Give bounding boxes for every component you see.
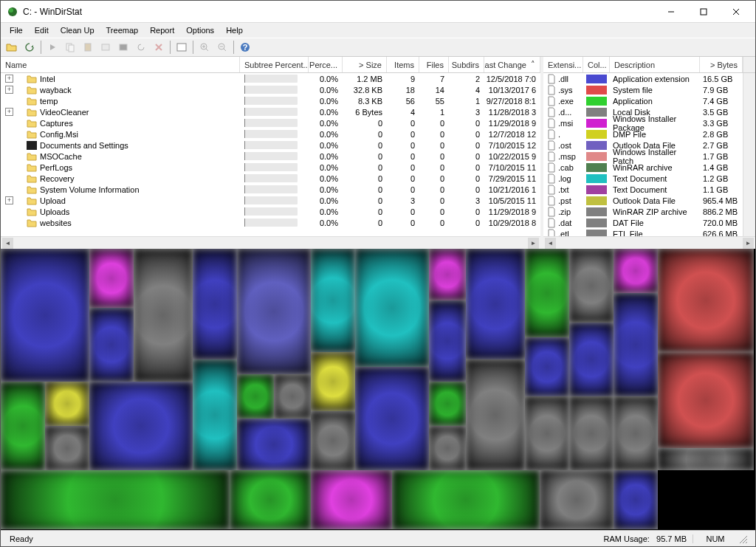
table-row[interactable]: +Upload0.0%030310/5/2015 11 [1,195,540,206]
col-extension[interactable]: Extensi... [543,57,583,72]
treemap[interactable] [1,249,755,530]
treemap-block[interactable] [658,249,754,352]
col-items[interactable]: Items [387,57,419,72]
list-item[interactable]: .DMP File2.8 GB [543,128,743,140]
treemap-block[interactable] [355,367,429,470]
treemap-block[interactable] [89,249,134,308]
list-item[interactable]: .logText Document1.2 GB [543,173,743,184]
treemap-block[interactable] [429,426,466,470]
menu-treemap[interactable]: Treemap [100,24,145,36]
table-row[interactable]: MSOCache0.0%000010/22/2015 9 [1,151,540,162]
treemap-block[interactable] [89,308,134,382]
extension-vscroll[interactable] [743,73,755,236]
treemap-block[interactable] [569,396,614,470]
treemap-block[interactable] [237,249,311,374]
expander-icon[interactable]: + [5,86,13,94]
list-item[interactable]: .txtText Document1.1 GB [543,184,743,195]
list-item[interactable]: .zipWinRAR ZIP archive886.2 MB [543,206,743,217]
list-item[interactable]: .sysSystem file7.9 GB [543,84,743,95]
table-row[interactable]: Uploads0.0%000011/29/2018 9 [1,206,540,217]
close-button[interactable] [720,1,752,22]
treemap-block[interactable] [311,249,355,352]
table-row[interactable]: +VideoCleaner0.0%6 Bytes41311/28/2018 3 [1,106,540,117]
treemap-block[interactable] [45,426,89,470]
treemap-block[interactable] [1,249,89,382]
treemap-block[interactable] [525,396,569,470]
scroll-left-icon[interactable]: ◄ [545,238,556,249]
treemap-block[interactable] [193,249,237,359]
col-subdirs[interactable]: Subdirs [449,57,484,72]
treemap-block[interactable] [466,359,525,470]
treemap-block[interactable] [45,382,89,426]
treemap-block[interactable] [466,249,525,359]
table-row[interactable]: websites0.0%000010/29/2018 8 [1,217,540,228]
scroll-right-icon[interactable]: ► [528,238,539,249]
list-item[interactable]: .pstOutlook Data File965.4 MB [543,195,743,206]
show-treemap-button[interactable] [173,39,190,55]
menu-help[interactable]: Help [220,24,249,36]
treemap-block[interactable] [237,374,274,419]
treemap-block[interactable] [1,470,230,529]
treemap-block[interactable] [614,293,658,396]
menu-report[interactable]: Report [144,24,180,36]
maximize-button[interactable] [687,1,720,22]
treemap-block[interactable] [569,323,614,396]
treemap-block[interactable] [429,249,466,300]
extension-rows[interactable]: .dllApplication extension16.5 GB.sysSyst… [543,73,743,236]
treemap-block[interactable] [230,470,311,529]
scroll-right-icon[interactable]: ► [743,238,754,249]
table-row[interactable]: Captures0.0%000011/29/2018 9 [1,117,540,128]
treemap-block[interactable] [429,300,466,382]
treemap-block[interactable] [311,352,355,411]
refresh-button[interactable] [21,39,38,55]
list-item[interactable]: .exeApplication7.4 GB [543,95,743,106]
list-item[interactable]: .etlETL File626.6 MB [543,228,743,236]
treemap-block[interactable] [355,249,429,367]
treemap-block[interactable] [614,470,658,529]
menu-edit[interactable]: Edit [29,24,55,36]
table-row[interactable]: Documents and Settings0.0%00007/10/2015 … [1,140,540,151]
treemap-block[interactable] [658,448,754,470]
resize-grip-icon[interactable] [738,534,752,544]
treemap-block[interactable] [540,470,614,529]
expander-icon[interactable]: + [5,75,13,83]
col-last-change[interactable]: Last Change ˄ [484,57,540,72]
menu-clean-up[interactable]: Clean Up [55,24,100,36]
table-row[interactable]: temp0.0%8.3 KB565519/27/2018 8:1 [1,95,540,106]
treemap-block[interactable] [1,382,45,470]
treemap-block[interactable] [569,249,614,323]
extension-hscroll[interactable]: ◄ ► [543,236,755,249]
table-row[interactable]: +Intel0.0%1.2 MB97212/5/2018 7:0 [1,73,540,84]
treemap-block[interactable] [525,249,569,337]
help-button[interactable]: ? [237,39,253,55]
treemap-block[interactable] [311,470,392,529]
table-row[interactable]: +wayback0.0%32.8 KB1814410/13/2017 6 [1,84,540,95]
treemap-block[interactable] [614,396,658,470]
table-row[interactable]: Recovery0.0%00007/29/2015 11 [1,173,540,184]
list-item[interactable]: .mspWindows Installer Patch1.7 GB [543,151,743,162]
treemap-block[interactable] [614,249,658,293]
list-item[interactable]: .dllApplication extension16.5 GB [543,73,743,84]
treemap-block[interactable] [193,359,237,470]
open-button[interactable] [4,39,20,55]
expander-icon[interactable]: + [5,196,13,204]
table-row[interactable]: Config.Msi0.0%000012/7/2018 12 [1,128,540,140]
list-item[interactable]: .datDAT File720.0 MB [543,217,743,228]
col-pct[interactable]: Perce... [309,57,343,72]
col-name[interactable]: Name [1,57,240,72]
col-color[interactable]: Col... [583,57,610,72]
menu-options[interactable]: Options [180,24,220,36]
treemap-block[interactable] [392,470,540,529]
menu-file[interactable]: File [4,24,29,36]
col-subtree-pct[interactable]: Subtree Percent... [240,57,309,72]
treemap-block[interactable] [89,382,193,470]
col-size[interactable]: > Size [343,57,387,72]
treemap-block[interactable] [311,411,355,470]
expander-icon[interactable]: + [5,108,13,116]
treemap-block[interactable] [429,382,466,426]
treemap-block[interactable] [274,374,311,419]
directory-hscroll[interactable]: ◄ ► [1,236,540,249]
table-row[interactable]: PerfLogs0.0%00007/10/2015 11 [1,162,540,173]
list-item[interactable]: .msiWindows Installer Package3.3 GB [543,117,743,128]
col-description[interactable]: Description [610,57,700,72]
